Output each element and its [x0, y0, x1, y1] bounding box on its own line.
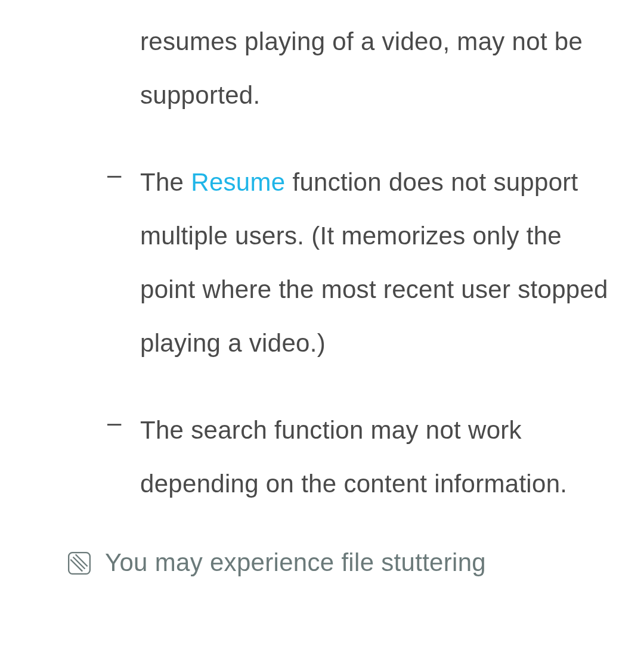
- list-item-text: The Resume function does not support mul…: [140, 156, 608, 371]
- note-row: You may experience file stuttering: [0, 544, 644, 581]
- list-item: – The Resume function does not support m…: [107, 156, 608, 371]
- dash-bullet: –: [107, 156, 140, 371]
- list-item: – The search function may not work depen…: [107, 404, 608, 511]
- text-span: resumes playing of a video, may not be s…: [140, 27, 583, 109]
- text-span: function does not support multiple users…: [140, 168, 608, 358]
- text-span: The search function may not work dependi…: [140, 416, 567, 498]
- dash-bullet: –: [107, 404, 140, 511]
- text-span: The: [140, 168, 191, 196]
- note-icon: [67, 551, 92, 576]
- document-content: resumes playing of a video, may not be s…: [0, 0, 644, 511]
- list-item-partial: resumes playing of a video, may not be s…: [107, 15, 608, 123]
- list-item-text: The search function may not work dependi…: [140, 404, 608, 511]
- highlight-term: Resume: [191, 168, 285, 196]
- note-text: You may experience file stuttering: [105, 544, 486, 581]
